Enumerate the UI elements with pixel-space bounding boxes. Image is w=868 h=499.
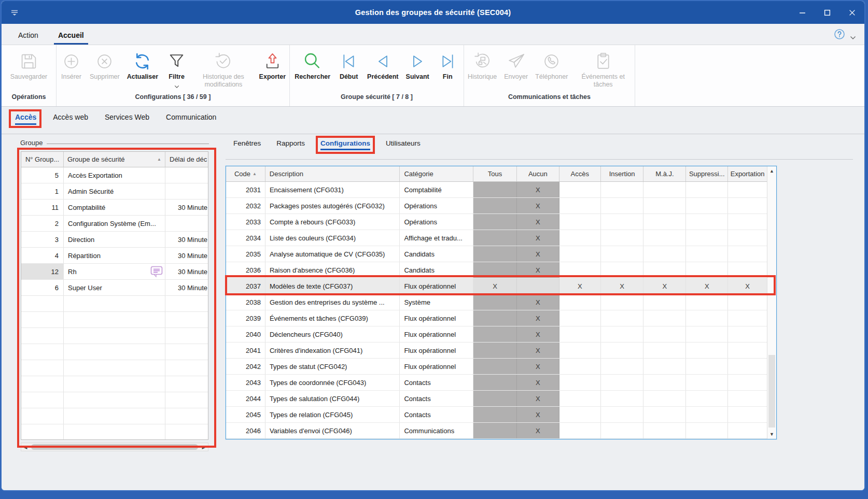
flag-cell-tous[interactable] (473, 246, 517, 262)
flag-cell-insertion[interactable] (601, 198, 644, 213)
flag-cell-insertion[interactable] (601, 310, 644, 326)
tab-utilisateurs[interactable]: Utilisateurs (386, 139, 421, 150)
flag-cell-maj[interactable] (643, 182, 686, 197)
flag-cell-suppression[interactable] (686, 182, 728, 197)
flag-cell-exportation[interactable] (728, 182, 767, 197)
flag-cell-tous[interactable]: X (473, 278, 517, 294)
flag-cell-suppression[interactable] (686, 326, 728, 342)
flag-cell-insertion[interactable] (601, 246, 644, 262)
column-header-acces[interactable]: Accès (559, 166, 601, 181)
flag-cell-maj[interactable] (643, 326, 686, 342)
flag-cell-maj[interactable] (643, 310, 686, 326)
config-row-2036[interactable]: 2036Raison d'absence (CFG036)CandidatsX (226, 262, 767, 278)
flag-cell-exportation[interactable] (728, 294, 767, 310)
chevron-down-icon[interactable] (850, 33, 856, 37)
flag-cell-acces[interactable] (559, 391, 601, 406)
flag-cell-maj[interactable] (643, 294, 686, 310)
flag-cell-exportation[interactable] (728, 423, 767, 438)
flag-cell-exportation[interactable] (728, 198, 767, 213)
config-row-2033[interactable]: 2033Compte à rebours (CFG033)OpérationsX (226, 214, 767, 230)
flag-cell-aucun[interactable]: X (517, 391, 559, 406)
flag-cell-insertion[interactable] (601, 423, 644, 438)
column-header-description[interactable]: Description (265, 166, 400, 181)
group-row-repartition[interactable]: 4Répartition30 Minute (21, 248, 208, 264)
group-row-acces-exportation[interactable]: 5Accès Exportation (21, 167, 208, 183)
horizontal-scrollbar-thumb[interactable] (31, 444, 198, 450)
flag-cell-aucun[interactable]: X (517, 214, 559, 230)
rechercher-button[interactable]: Rechercher (291, 49, 334, 81)
close-button[interactable] (839, 1, 864, 24)
group-row-direction[interactable]: 3Direction30 Minute (21, 232, 208, 248)
tab-fenetres[interactable]: Fenêtres (233, 139, 261, 150)
flag-cell-tous[interactable] (473, 343, 517, 358)
flag-cell-acces[interactable] (559, 407, 601, 422)
flag-cell-exportation[interactable] (728, 262, 767, 278)
flag-cell-tous[interactable] (473, 359, 517, 374)
actualiser-button[interactable]: Actualiser (123, 49, 162, 81)
flag-cell-tous[interactable] (473, 326, 517, 342)
flag-cell-maj[interactable] (643, 359, 686, 374)
config-row-2040[interactable]: 2040Déclencheurs (CFG040)Flux opérationn… (226, 326, 767, 343)
exporter-button[interactable]: Exporter (256, 49, 289, 81)
flag-cell-aucun[interactable]: X (517, 182, 559, 197)
group-row-super-user[interactable]: 6Super User30 Minute (21, 280, 208, 296)
flag-cell-aucun[interactable]: X (517, 294, 559, 310)
config-row-2035[interactable]: 2035Analyse automatique de CV (CFG035)Ca… (226, 246, 767, 262)
flag-cell-maj[interactable] (643, 214, 686, 230)
flag-cell-aucun[interactable]: X (517, 423, 559, 438)
scroll-left-icon[interactable]: ◀ (21, 445, 30, 450)
flag-cell-acces[interactable] (559, 214, 601, 230)
flag-cell-aucun[interactable]: X (517, 310, 559, 326)
tab-acces-web[interactable]: Accès web (53, 113, 88, 125)
suivant-button[interactable]: Suivant (402, 49, 433, 81)
config-row-2037[interactable]: 2037Modèles de texte (CFG037)Flux opérat… (226, 278, 767, 294)
column-header-insertion[interactable]: Insertion (601, 166, 644, 181)
help-icon[interactable] (834, 28, 845, 40)
quick-access-toolbar-icon[interactable] (10, 9, 19, 16)
flag-cell-exportation[interactable] (728, 214, 767, 230)
group-row-configuration-systeme-em[interactable]: 2Configuration Système (Em... (21, 216, 208, 232)
column-header-code[interactable]: Code ▲ (226, 166, 265, 181)
flag-cell-tous[interactable] (473, 262, 517, 278)
group-row-comptabilite[interactable]: 11Comptabilité30 Minute (21, 199, 208, 216)
filtre-button[interactable]: Filtre (162, 49, 191, 91)
flag-cell-maj[interactable] (643, 246, 686, 262)
tab-configurations[interactable]: Configurations (320, 139, 370, 150)
flag-cell-tous[interactable] (473, 182, 517, 197)
flag-cell-suppression[interactable] (686, 262, 728, 278)
flag-cell-acces[interactable] (559, 230, 601, 246)
vertical-scrollbar-thumb[interactable] (768, 355, 775, 427)
scroll-right-icon[interactable]: ▶ (200, 445, 208, 450)
flag-cell-aucun[interactable]: X (517, 198, 559, 213)
flag-cell-aucun[interactable]: X (517, 230, 559, 246)
menu-item-accueil[interactable]: Accueil (54, 26, 88, 45)
config-row-2045[interactable]: 2045Types de relation (CFG045)ContactsX (226, 407, 767, 423)
flag-cell-acces[interactable] (559, 294, 601, 310)
flag-cell-tous[interactable] (473, 198, 517, 213)
flag-cell-acces[interactable] (559, 182, 601, 197)
column-header-categorie[interactable]: Catégorie (400, 166, 473, 181)
flag-cell-suppression[interactable] (686, 359, 728, 374)
flag-cell-acces[interactable] (559, 423, 601, 438)
flag-cell-maj[interactable] (643, 198, 686, 213)
flag-cell-acces[interactable] (559, 359, 601, 374)
flag-cell-maj[interactable] (643, 230, 686, 246)
flag-cell-maj[interactable] (643, 423, 686, 438)
config-row-2041[interactable]: 2041Critères d'indexation (CFG041)Flux o… (226, 343, 767, 359)
flag-cell-acces[interactable] (559, 246, 601, 262)
flag-cell-suppression[interactable] (686, 310, 728, 326)
flag-cell-insertion[interactable] (601, 375, 644, 390)
flag-cell-exportation[interactable] (728, 310, 767, 326)
flag-cell-insertion[interactable] (601, 359, 644, 374)
flag-cell-aucun[interactable]: X (517, 326, 559, 342)
column-header-delai[interactable]: Délai de déc (165, 152, 208, 167)
left-table-horizontal-scrollbar[interactable]: ◀ ▶ (21, 443, 208, 451)
flag-cell-acces[interactable] (559, 375, 601, 390)
column-header-aucun[interactable]: Aucun (517, 166, 559, 181)
flag-cell-suppression[interactable] (686, 375, 728, 390)
debut-button[interactable]: Début (334, 49, 363, 81)
flag-cell-suppression[interactable] (686, 246, 728, 262)
flag-cell-suppression[interactable] (686, 343, 728, 358)
column-header-suppression[interactable]: Suppressi... (686, 166, 728, 181)
flag-cell-acces[interactable]: X (559, 278, 601, 294)
